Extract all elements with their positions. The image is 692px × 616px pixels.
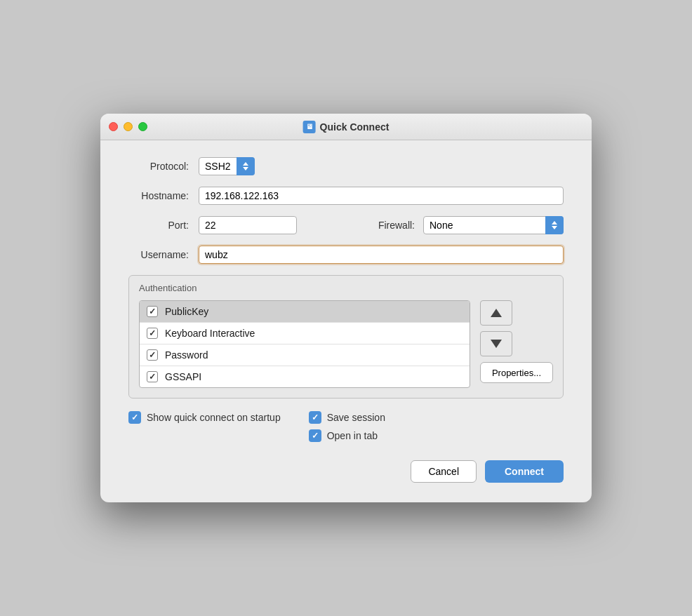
auth-legend: Authentication (139, 283, 553, 293)
hostname-row: Hostname: (128, 187, 564, 205)
open-in-tab-label: Open in tab (327, 430, 378, 441)
publickey-checkbox[interactable] (147, 306, 158, 317)
gssapi-checkbox[interactable] (147, 371, 158, 382)
auth-right-controls: Properties... (480, 300, 553, 388)
move-up-button[interactable] (480, 300, 512, 326)
username-row: Username: (128, 246, 564, 264)
cancel-button[interactable]: Cancel (411, 460, 477, 483)
list-item[interactable]: GSSAPI (140, 366, 470, 387)
window-title: Quick Connect (320, 121, 390, 133)
protocol-label: Protocol: (128, 161, 199, 172)
auth-list: PublicKey Keyboard Interactive Password … (139, 300, 470, 388)
save-session-row[interactable]: Save session (309, 411, 385, 424)
gssapi-label: GSSAPI (165, 371, 201, 382)
quick-connect-dialog: 🖥 Quick Connect Protocol: SSH2 SSH1 Teln… (100, 114, 592, 502)
titlebar: 🖥 Quick Connect (100, 114, 592, 140)
session-options-group: Save session Open in tab (309, 411, 385, 442)
keyboard-interactive-label: Keyboard Interactive (165, 328, 255, 339)
properties-button[interactable]: Properties... (480, 362, 553, 383)
protocol-select-wrapper: SSH2 SSH1 Telnet SFTP (199, 157, 255, 175)
firewall-label: Firewall: (378, 220, 423, 231)
publickey-label: PublicKey (165, 306, 208, 317)
minimize-button[interactable] (124, 122, 133, 131)
dialog-footer: Cancel Connect (128, 457, 564, 483)
password-checkbox[interactable] (147, 349, 158, 361)
list-item[interactable]: Keyboard Interactive (140, 323, 470, 344)
open-in-tab-row[interactable]: Open in tab (309, 429, 385, 442)
arrow-up-icon (491, 309, 502, 317)
connect-button[interactable]: Connect (485, 460, 564, 483)
username-label: Username: (128, 249, 199, 260)
close-button[interactable] (109, 122, 118, 131)
auth-inner: PublicKey Keyboard Interactive Password … (139, 300, 553, 388)
authentication-section: Authentication PublicKey Keyboard Intera… (128, 275, 564, 399)
protocol-select[interactable]: SSH2 SSH1 Telnet SFTP (199, 157, 255, 175)
show-quick-connect-checkbox[interactable] (128, 411, 141, 424)
list-item[interactable]: PublicKey (140, 301, 470, 323)
show-quick-connect-row[interactable]: Show quick connect on startup (128, 411, 281, 424)
firewall-select[interactable]: None SOCKS 4 SOCKS 5 HTTP (423, 216, 564, 234)
traffic-lights (109, 122, 147, 131)
port-firewall-row: Port: Firewall: None SOCKS 4 SOCKS 5 HTT… (128, 216, 564, 234)
port-input[interactable] (199, 216, 297, 234)
maximize-button[interactable] (138, 122, 147, 131)
checkbox-options: Show quick connect on startup Save sessi… (128, 411, 564, 442)
firewall-section: Firewall: None SOCKS 4 SOCKS 5 HTTP (378, 216, 564, 234)
port-section: Port: (128, 216, 297, 234)
port-label: Port: (128, 220, 199, 231)
show-quick-connect-label: Show quick connect on startup (147, 412, 281, 423)
hostname-label: Hostname: (128, 190, 199, 201)
arrow-down-icon (491, 340, 502, 348)
hostname-input[interactable] (199, 187, 564, 205)
username-input[interactable] (199, 246, 564, 264)
titlebar-title: 🖥 Quick Connect (303, 121, 390, 133)
save-session-checkbox[interactable] (309, 411, 321, 424)
list-item[interactable]: Password (140, 344, 470, 366)
save-session-label: Save session (327, 412, 385, 423)
open-in-tab-checkbox[interactable] (309, 429, 321, 442)
firewall-select-wrapper: None SOCKS 4 SOCKS 5 HTTP (423, 216, 564, 234)
dialog-body: Protocol: SSH2 SSH1 Telnet SFTP Hostname… (100, 140, 592, 502)
password-label: Password (165, 349, 208, 361)
move-down-button[interactable] (480, 331, 512, 356)
keyboard-interactive-checkbox[interactable] (147, 328, 158, 339)
protocol-row: Protocol: SSH2 SSH1 Telnet SFTP (128, 157, 564, 175)
app-icon: 🖥 (303, 121, 316, 133)
